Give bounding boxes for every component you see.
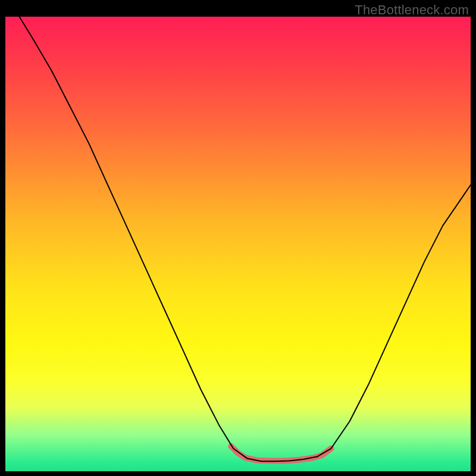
bottleneck-chart	[5, 17, 471, 471]
watermark-text: TheBottleneck.com	[355, 2, 469, 18]
chart-background	[5, 17, 471, 471]
chart-frame	[5, 17, 471, 471]
